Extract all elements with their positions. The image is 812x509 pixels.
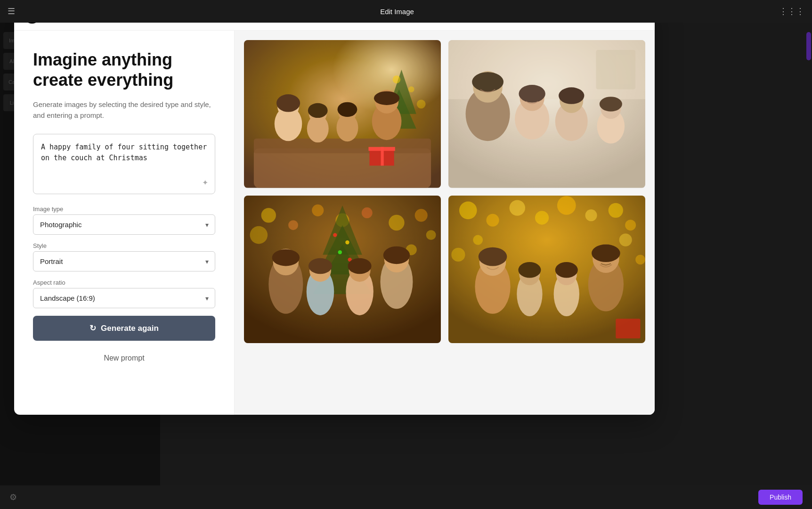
svg-rect-101 [448,196,645,344]
panel-heading: Imagine anything create everything [33,49,215,90]
style-field: Style Portrait Landscape Abstract Vintag… [33,242,215,271]
image-type-select[interactable]: Photographic Digital Art 3D Render Anime… [33,214,215,235]
generated-image-1[interactable] [244,40,441,188]
generated-image-4[interactable] [448,196,645,344]
left-panel: Imagine anything create everything Gener… [14,31,235,415]
svg-rect-25 [244,40,441,188]
ai-image-modal: E AI Beta Edit Image 👑 Upgrade ✕ [14,0,655,415]
svg-rect-74 [244,196,441,344]
generate-label: Generate again [101,324,159,333]
magic-wand-icon[interactable]: ✦ [202,178,208,187]
top-navigation: ☰ Edit Image ⋮⋮⋮ [0,0,812,23]
svg-rect-42 [448,40,645,188]
app-title: Edit Image [21,8,773,16]
style-select-wrapper: Portrait Landscape Abstract Vintage [33,251,215,271]
modal-body: Imagine anything create everything Gener… [14,31,655,415]
aspect-ratio-label: Aspect ratio [33,279,215,286]
aspect-ratio-field: Aspect ratio Landscape (16:9) Portrait (… [33,279,215,308]
generate-icon: ↻ [89,323,96,333]
image-type-select-wrapper: Photographic Digital Art 3D Render Anime… [33,214,215,235]
prompt-container: ✦ [33,134,215,194]
settings-icon[interactable]: ⚙ [9,492,17,502]
new-prompt-button[interactable]: New prompt [33,350,215,366]
modal-overlay: E AI Beta Edit Image 👑 Upgrade ✕ [0,0,812,509]
hamburger-icon[interactable]: ☰ [8,6,15,16]
generate-button[interactable]: ↻ Generate again [33,316,215,341]
style-select[interactable]: Portrait Landscape Abstract Vintage [33,251,215,271]
generated-image-2[interactable] [448,40,645,188]
aspect-ratio-select[interactable]: Landscape (16:9) Portrait (9:16) Square … [33,288,215,308]
aspect-ratio-select-wrapper: Landscape (16:9) Portrait (9:16) Square … [33,288,215,308]
style-label: Style [33,242,215,249]
app-bottom-bar: ⚙ Publish [0,485,812,509]
panel-subtitle: Generate images by selecting the desired… [33,99,215,121]
publish-button[interactable]: Publish [758,490,803,505]
image-grid [244,40,645,343]
prompt-input[interactable] [41,142,207,184]
image-type-field: Image type Photographic Digital Art 3D R… [33,205,215,235]
generated-image-3[interactable] [244,196,441,344]
nav-dots-icon[interactable]: ⋮⋮⋮ [779,6,804,16]
image-type-label: Image type [33,205,215,213]
right-panel [235,31,655,415]
